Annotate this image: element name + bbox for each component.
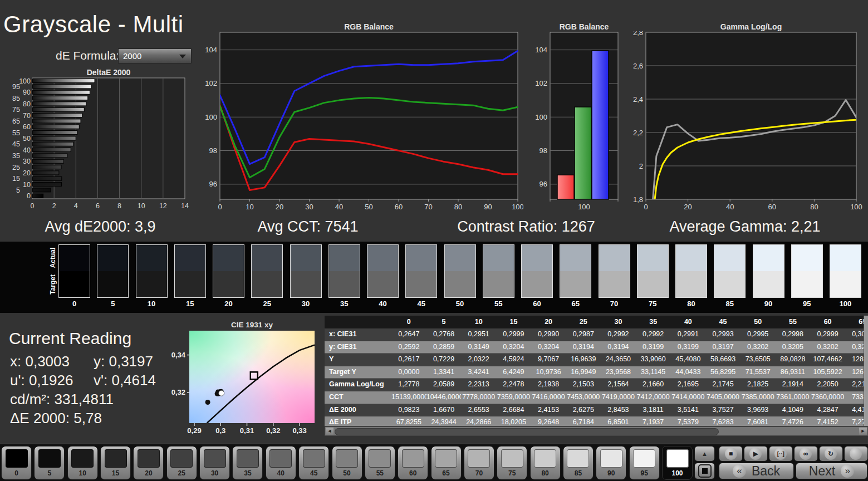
swatch-level-label: 70	[599, 300, 630, 308]
swatch-strip: Actual Target 05101520253035404550556065…	[0, 242, 868, 313]
pattern-button-75[interactable]: 75	[497, 446, 527, 480]
next-button[interactable]: Next »	[796, 463, 867, 479]
pattern-button-90[interactable]: 90	[596, 446, 626, 480]
pattern-button-25[interactable]: 25	[166, 446, 197, 480]
svg-text:20: 20	[684, 203, 692, 211]
grayscale-swatch-40	[367, 244, 399, 298]
pattern-button-10[interactable]: 10	[67, 446, 98, 480]
table-cell: 2,6553	[461, 404, 496, 416]
table-cell: 3,5141	[671, 404, 706, 416]
table-vertical-scrollbar[interactable]	[864, 316, 868, 426]
pattern-button-20[interactable]: 20	[133, 446, 164, 480]
play-button[interactable]: ▶	[744, 446, 768, 462]
table-cell: 16,9639	[566, 354, 601, 366]
scroll-left-button[interactable]: ◄	[326, 428, 334, 435]
deltae-svg: 0246810121410095908580757065605550454035…	[3, 77, 195, 220]
pattern-button-70[interactable]: 70	[464, 446, 494, 480]
table-cell: 0,2990	[531, 328, 566, 341]
svg-text:90: 90	[23, 89, 31, 96]
pattern-button-60[interactable]: 60	[398, 446, 428, 480]
svg-text:80: 80	[810, 203, 818, 211]
pattern-button-50[interactable]: 50	[332, 446, 362, 480]
swatch-level-label: 75	[637, 300, 669, 308]
pattern-button-30[interactable]: 30	[199, 446, 230, 480]
svg-text:0,32: 0,32	[266, 426, 280, 435]
swatch-level-label: 85	[714, 300, 746, 308]
back-button[interactable]: « Back	[719, 463, 794, 479]
svg-text:104: 104	[205, 46, 217, 54]
refresh-icon: ↻	[825, 448, 837, 460]
pattern-swatch	[600, 449, 622, 468]
range-button[interactable]: [··]	[769, 446, 793, 462]
app-window: Grayscale - Multi dE Formula: 2000 Delta…	[0, 0, 868, 481]
pattern-swatch	[237, 449, 259, 468]
table-cell: 7360,0000	[810, 391, 845, 404]
pattern-swatch	[435, 449, 457, 468]
pattern-button-65[interactable]: 65	[431, 446, 462, 480]
scrollbar-thumb[interactable]	[335, 428, 719, 435]
average-gamma-stat: Average Gamma: 2,21	[669, 218, 820, 235]
table-cell: 0,3199	[636, 341, 671, 354]
svg-text:100: 100	[578, 203, 590, 211]
play-icon: ▶	[749, 448, 762, 460]
swatch-level-label: 80	[675, 300, 707, 308]
rgb-bar-chart-panel: RGB Balance 9698100102104100	[532, 21, 629, 219]
swatch-level-label: 30	[290, 300, 322, 308]
svg-text:0,32: 0,32	[171, 388, 185, 396]
grayscale-swatch-45	[405, 244, 437, 298]
record-button[interactable]	[844, 446, 868, 462]
pattern-button-5[interactable]: 5	[34, 446, 65, 480]
pattern-button-55[interactable]: 55	[365, 446, 395, 480]
table-row-label: Y	[325, 354, 391, 366]
pattern-swatch	[336, 449, 358, 468]
swatch-level-label: 10	[136, 300, 168, 308]
stop-icon: ■	[725, 448, 737, 460]
refresh-button[interactable]: ↻	[819, 446, 843, 462]
pattern-button-85[interactable]: 85	[563, 446, 594, 480]
table-row-label: Gamma Log/Log	[325, 379, 391, 391]
table-cell: 0,2987	[566, 328, 601, 341]
table-cell: 0,3204	[496, 341, 531, 354]
svg-text:40: 40	[23, 146, 31, 154]
rgb-bar-svg: 9698100102104100	[532, 31, 629, 219]
pattern-button-95[interactable]: 95	[629, 446, 660, 480]
reading-u: u': 0,1926	[10, 372, 73, 389]
scroll-right-button[interactable]: ►	[859, 428, 867, 435]
table-cell: 1,3341	[426, 366, 462, 379]
target-swatch-half	[291, 271, 321, 297]
pattern-button-40[interactable]: 40	[266, 446, 296, 480]
actual-swatch-half	[59, 245, 90, 271]
swatch-level-label: 50	[444, 300, 476, 308]
pattern-swatch	[369, 449, 391, 468]
pattern-button-35[interactable]: 35	[232, 446, 263, 480]
de-formula-dropdown[interactable]: 2000	[118, 48, 192, 63]
table-cell: 2,1695	[671, 379, 706, 391]
pattern-swatch	[402, 449, 424, 468]
stop-button[interactable]: ■	[719, 446, 743, 462]
pattern-button-0[interactable]: 0	[1, 446, 32, 480]
svg-text:12: 12	[159, 202, 167, 210]
avg-cct-stat: Avg CCT: 7541	[257, 218, 358, 235]
target-swatch-half	[252, 271, 282, 297]
grayscale-swatch-95	[791, 244, 823, 298]
actual-swatch-half	[406, 245, 437, 271]
pattern-scroll-up-button[interactable]: ▲	[694, 446, 715, 462]
pattern-button-45[interactable]: 45	[298, 446, 329, 480]
pattern-swatch	[567, 449, 589, 468]
table-cell: 2,1660	[636, 379, 671, 391]
table-horizontal-scrollbar[interactable]: ◄ ►	[325, 426, 868, 436]
svg-text:60: 60	[768, 203, 776, 211]
table-cell: 2,6275	[566, 404, 601, 416]
pattern-button-15[interactable]: 15	[100, 446, 131, 480]
table-row: Target Y0,00001,33413,42416,424910,97361…	[325, 366, 868, 379]
target-swatch-half	[753, 271, 784, 297]
svg-text:100: 100	[850, 203, 862, 211]
table-header-row: 05101520253035404550556065	[325, 316, 868, 328]
loop-infinite-button[interactable]: ∞	[794, 446, 818, 462]
svg-text:50: 50	[365, 203, 372, 211]
pattern-button-80[interactable]: 80	[530, 446, 561, 480]
pattern-button-100[interactable]: 100	[662, 446, 693, 480]
table-cell: 0,2951	[461, 328, 496, 341]
table-cell: 1,6670	[426, 404, 462, 416]
stop-pattern-button[interactable]	[694, 463, 715, 479]
